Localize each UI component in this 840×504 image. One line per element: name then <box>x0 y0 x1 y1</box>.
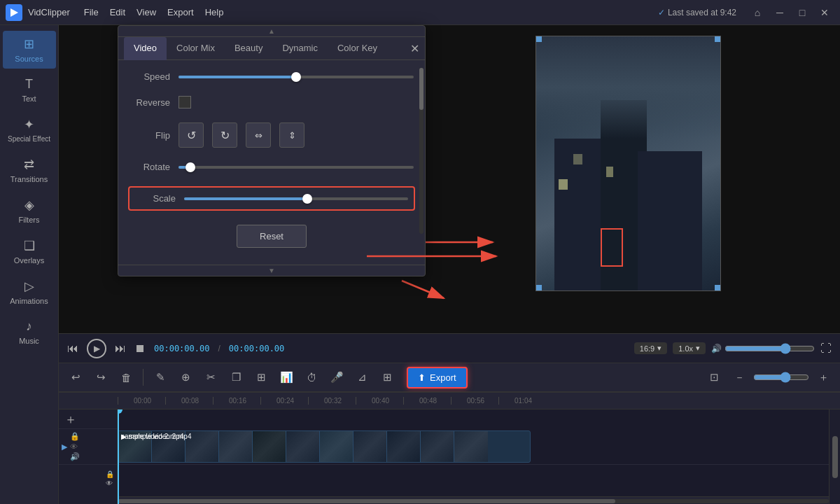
transform-btn[interactable]: ⊿ <box>351 366 373 388</box>
reverse-checkbox[interactable] <box>178 96 191 108</box>
cut-btn[interactable]: ✂ <box>200 366 222 388</box>
reverse-row: Reverse <box>130 96 414 108</box>
undo-btn[interactable]: ↩ <box>64 366 87 388</box>
speed-slider-thumb[interactable] <box>291 72 301 82</box>
flip-ccw-btn[interactable]: ↺ <box>178 122 204 148</box>
speed-selector[interactable]: 1.0x ▾ <box>673 342 706 354</box>
volume-control: 🔊 <box>711 343 815 354</box>
tab-color-key[interactable]: Color Key <box>328 37 387 60</box>
minimize-btn[interactable]: ─ <box>770 3 790 22</box>
add-track-btn[interactable]: ＋ <box>64 411 77 428</box>
prev-frame-btn[interactable]: ⏮ <box>67 342 78 355</box>
content-area: ⏮ ▶ ⏭ ⏹ 00:00:00.00 / 00:00:00.00 16:9 ▾… <box>59 25 840 504</box>
edit-btn[interactable]: ✎ <box>149 366 172 388</box>
redo-btn[interactable]: ↪ <box>90 366 112 388</box>
handle-tr[interactable] <box>715 36 720 42</box>
sidebar-item-sources[interactable]: ⊞ Sources <box>3 31 56 69</box>
video-preview <box>536 36 721 291</box>
flip-v-btn[interactable]: ⇕ <box>279 122 304 148</box>
aspect-ratio-selector[interactable]: 16:9 ▾ <box>634 342 667 354</box>
video-clip[interactable]: sample video 2.mp4 ▶ sample video 2.mp4 <box>118 430 531 463</box>
audio-icon[interactable]: 🔊 <box>70 452 80 461</box>
close-btn[interactable]: ✕ <box>815 3 834 22</box>
rotate-slider-thumb[interactable] <box>186 162 195 172</box>
playhead-handle[interactable] <box>118 410 122 414</box>
delete-btn[interactable]: 🗑 <box>115 366 137 388</box>
split-btn[interactable]: ⊞ <box>250 366 272 388</box>
speed-label: Speed <box>130 71 178 82</box>
rotate-slider-track[interactable] <box>178 166 414 169</box>
vscroll-thumb[interactable] <box>832 436 838 478</box>
eye2-icon[interactable]: 👁 <box>106 479 114 487</box>
tab-beauty[interactable]: Beauty <box>225 37 272 60</box>
sidebar-item-overlays[interactable]: ❑ Overlays <box>3 232 56 270</box>
scale-label: Scale <box>135 193 184 204</box>
sidebar-item-text[interactable]: T Text <box>3 71 56 108</box>
speed-slider-track[interactable] <box>178 76 414 78</box>
flip-cw-btn[interactable]: ↻ <box>212 122 237 148</box>
scale-row: Scale <box>128 186 415 211</box>
tab-video[interactable]: Video <box>124 37 167 60</box>
current-time: 00:00:00.00 <box>154 344 209 354</box>
stop-btn[interactable]: ⏹ <box>134 342 146 355</box>
menu-view[interactable]: View <box>136 7 156 18</box>
grid-btn[interactable]: ⊞ <box>376 366 398 388</box>
timeline-ruler: 00:00 00:08 00:16 00:24 00:32 00:40 00:4… <box>59 393 840 410</box>
menu-file[interactable]: File <box>84 7 99 18</box>
menu-export[interactable]: Export <box>167 7 194 18</box>
sidebar-item-filters[interactable]: ◈ Filters <box>3 192 56 230</box>
zoom-out-btn[interactable]: － <box>728 366 750 388</box>
save-status: ✓ Last saved at 9:42 <box>658 8 736 18</box>
scrollbar-track <box>118 499 829 503</box>
sidebar-item-special-effect[interactable]: ✦ Special Effect <box>3 111 56 148</box>
reset-btn[interactable]: Reset <box>237 225 307 248</box>
fit-btn[interactable]: ⊡ <box>703 366 725 388</box>
tab-color-mix[interactable]: Color Mix <box>167 37 225 60</box>
sidebar-item-transitions[interactable]: ⇄ Transitions <box>3 151 56 189</box>
scrollbar-thumb[interactable] <box>118 499 615 503</box>
rotate-label: Rotate <box>130 162 178 172</box>
ruler-mark-0: 00:00 <box>118 397 165 405</box>
handle-br[interactable] <box>715 285 720 290</box>
sidebar: ⊞ Sources T Text ✦ Special Effect ⇄ Tran… <box>0 25 59 504</box>
ruler-mark-7: 00:56 <box>451 397 498 405</box>
copy-btn[interactable]: ❐ <box>225 366 247 388</box>
timer-btn[interactable]: ⏱ <box>300 366 323 388</box>
maximize-btn[interactable]: □ <box>792 3 812 22</box>
volume-slider[interactable] <box>724 343 815 354</box>
handle-tl[interactable] <box>536 36 542 42</box>
play-btn[interactable]: ▶ <box>87 339 106 358</box>
fullscreen-btn[interactable]: ⛶ <box>820 342 832 355</box>
ruler-mark-5: 00:40 <box>356 397 403 405</box>
home-btn[interactable]: ⌂ <box>748 3 767 22</box>
add-btn[interactable]: ⊕ <box>174 366 197 388</box>
sidebar-item-animations[interactable]: ▷ Animations <box>3 273 56 311</box>
mic-btn[interactable]: 🎤 <box>326 366 348 388</box>
timeline: 00:00 00:08 00:16 00:24 00:32 00:40 00:4… <box>59 392 840 504</box>
volume-icon[interactable]: 🔊 <box>711 344 722 354</box>
zoom-in-btn[interactable]: ＋ <box>812 366 834 388</box>
modal-close-btn[interactable]: ✕ <box>410 37 419 59</box>
tracks-area: sample video 2.mp4 ▶ sample video 2.mp4 <box>118 410 829 504</box>
export-btn[interactable]: ⬆ Export <box>407 367 468 388</box>
scale-slider-track[interactable] <box>184 197 408 200</box>
video-track-controls: ▶ 🔒 👁 🔊 <box>59 429 117 464</box>
menu-help[interactable]: Help <box>205 7 224 18</box>
timeline-scrollbar[interactable] <box>118 496 829 504</box>
menu-edit[interactable]: Edit <box>110 7 125 18</box>
sidebar-item-music[interactable]: ♪ Music <box>3 314 56 351</box>
flip-h-btn[interactable]: ⇔ <box>246 122 271 148</box>
tab-dynamic[interactable]: Dynamic <box>272 37 328 60</box>
scale-slider-thumb[interactable] <box>302 194 312 204</box>
special-effect-icon: ✦ <box>24 117 34 132</box>
chart-btn[interactable]: 📊 <box>275 366 298 388</box>
lock-icon[interactable]: 🔒 <box>70 432 80 441</box>
handle-bl[interactable] <box>536 285 542 290</box>
lock2-icon[interactable]: 🔒 <box>106 470 114 478</box>
next-frame-btn[interactable]: ⏭ <box>115 342 126 355</box>
playhead[interactable] <box>118 410 119 504</box>
video-track-icon: ▶ <box>62 442 67 451</box>
zoom-slider[interactable] <box>753 372 809 383</box>
modal-scroll-thumb[interactable] <box>419 68 424 110</box>
eye-icon[interactable]: 👁 <box>70 442 80 451</box>
